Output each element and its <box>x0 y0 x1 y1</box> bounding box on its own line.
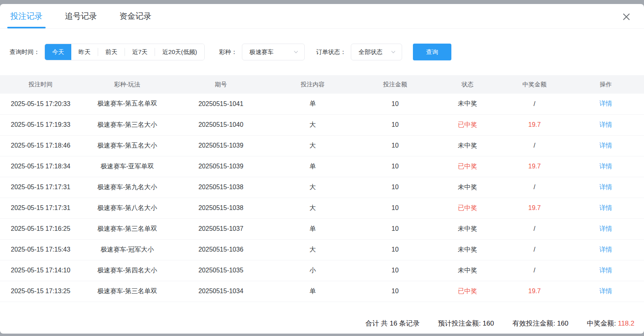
detail-link[interactable]: 详情 <box>599 142 612 149</box>
column-header: 投注内容 <box>269 75 357 94</box>
bet-amount: 10 <box>357 218 433 239</box>
time-option-0[interactable]: 今天 <box>45 44 71 60</box>
time-range-group: 今天昨天前天近7天近20天(低频) <box>44 44 205 60</box>
issue-number: 20250515-1035 <box>173 260 269 281</box>
action-cell: 详情 <box>568 198 644 218</box>
summary-bar: 合计 共 16 条记录 预计投注金额: 160 有效投注金额: 160 中奖金额… <box>0 313 644 334</box>
detail-link[interactable]: 详情 <box>599 121 612 128</box>
prize-amount: 19.7 <box>502 198 568 218</box>
lottery-play: 极速赛车-第四名大小 <box>81 260 173 281</box>
table-row: 2025-05-15 17:13:25极速赛车-第三名单双20250515-10… <box>0 281 644 302</box>
detail-link[interactable]: 详情 <box>599 267 612 274</box>
summary-expected-amount: 预计投注金额: 160 <box>438 319 494 328</box>
column-header: 投注金额 <box>357 75 433 94</box>
bet-content: 大 <box>269 198 357 218</box>
prize-amount: / <box>502 239 568 260</box>
order-status-select-value: 全部状态 <box>358 48 382 56</box>
close-button[interactable] <box>621 11 632 22</box>
bet-amount: 10 <box>357 94 433 114</box>
detail-link[interactable]: 详情 <box>599 100 612 107</box>
column-header: 彩种-玩法 <box>81 75 173 94</box>
bet-amount: 10 <box>357 135 433 156</box>
action-cell: 详情 <box>568 156 644 177</box>
lottery-play: 极速赛车-冠军大小 <box>81 239 173 260</box>
detail-link[interactable]: 详情 <box>599 225 612 232</box>
issue-number: 20250515-1038 <box>173 177 269 198</box>
table-row: 2025-05-15 17:18:46极速赛车-第五名大小20250515-10… <box>0 135 644 156</box>
bet-time: 2025-05-15 17:17:31 <box>0 177 81 198</box>
lottery-filter-label: 彩种： <box>219 48 237 56</box>
lottery-select[interactable]: 极速赛车 <box>242 44 305 60</box>
bet-content: 单 <box>269 218 357 239</box>
detail-link[interactable]: 详情 <box>599 288 612 294</box>
lottery-play: 极速赛车-第三名单双 <box>81 218 173 239</box>
time-option-3[interactable]: 近7天 <box>125 44 155 60</box>
status: 未中奖 <box>433 135 501 156</box>
tab-bar: 投注记录追号记录资金记录 <box>0 4 644 29</box>
bet-time: 2025-05-15 17:17:31 <box>0 198 81 218</box>
lottery-play: 极速赛车-第五名单双 <box>81 94 173 114</box>
records-table-wrap: 投注时间彩种-玩法期号投注内容投注金额状态中奖金额操作 2025-05-15 1… <box>0 75 644 302</box>
status-filter-label: 订单状态： <box>316 48 346 56</box>
detail-link[interactable]: 详情 <box>599 163 612 170</box>
table-row: 2025-05-15 17:17:31极速赛车-第八名大小20250515-10… <box>0 198 644 218</box>
bet-amount: 10 <box>357 156 433 177</box>
bet-time: 2025-05-15 17:15:43 <box>0 239 81 260</box>
status: 未中奖 <box>433 218 501 239</box>
detail-link[interactable]: 详情 <box>599 184 612 190</box>
table-row: 2025-05-15 17:15:43极速赛车-冠军大小20250515-103… <box>0 239 644 260</box>
action-cell: 详情 <box>568 218 644 239</box>
bet-amount: 10 <box>357 198 433 218</box>
bet-content: 单 <box>269 94 357 114</box>
bet-time: 2025-05-15 17:13:25 <box>0 281 81 302</box>
column-header: 期号 <box>173 75 269 94</box>
action-cell: 详情 <box>568 260 644 281</box>
detail-link[interactable]: 详情 <box>599 204 612 211</box>
issue-number: 20250515-1037 <box>173 218 269 239</box>
action-cell: 详情 <box>568 135 644 156</box>
issue-number: 20250515-1040 <box>173 114 269 135</box>
bet-content: 单 <box>269 281 357 302</box>
table-row: 2025-05-15 17:20:33极速赛车-第五名单双20250515-10… <box>0 94 644 114</box>
bet-amount: 10 <box>357 281 433 302</box>
prize-amount: / <box>502 260 568 281</box>
table-row: 2025-05-15 17:18:34极速赛车-亚军单双20250515-103… <box>0 156 644 177</box>
tab-2[interactable]: 资金记录 <box>119 4 152 28</box>
bet-time: 2025-05-15 17:18:34 <box>0 156 81 177</box>
issue-number: 20250515-1041 <box>173 94 269 114</box>
lottery-play: 极速赛车-第三名大小 <box>81 114 173 135</box>
bet-content: 大 <box>269 239 357 260</box>
lottery-play: 极速赛车-第三名单双 <box>81 281 173 302</box>
column-header: 状态 <box>433 75 501 94</box>
action-cell: 详情 <box>568 114 644 135</box>
summary-prize: 中奖金额: 118.2 <box>587 319 634 328</box>
bet-time: 2025-05-15 17:18:46 <box>0 135 81 156</box>
table-row: 2025-05-15 17:16:25极速赛车-第三名单双20250515-10… <box>0 218 644 239</box>
status: 已中奖 <box>433 281 501 302</box>
prize-amount: / <box>502 218 568 239</box>
lottery-play: 极速赛车-第八名大小 <box>81 198 173 218</box>
time-option-4[interactable]: 近20天(低频) <box>155 44 204 60</box>
bet-amount: 10 <box>357 239 433 260</box>
detail-link[interactable]: 详情 <box>599 246 612 253</box>
status: 未中奖 <box>433 260 501 281</box>
issue-number: 20250515-1034 <box>173 281 269 302</box>
table-row: 2025-05-15 17:17:31极速赛车-第九名大小20250515-10… <box>0 177 644 198</box>
time-option-2[interactable]: 前天 <box>98 44 125 60</box>
spacer <box>0 302 644 313</box>
time-option-1[interactable]: 昨天 <box>71 44 98 60</box>
lottery-play: 极速赛车-亚军单双 <box>81 156 173 177</box>
summary-valid-amount: 有效投注金额: 160 <box>512 319 568 328</box>
search-button[interactable]: 查询 <box>413 44 451 60</box>
summary-prize-value: 118.2 <box>618 320 634 327</box>
status: 已中奖 <box>433 156 501 177</box>
tab-1[interactable]: 追号记录 <box>64 4 98 28</box>
order-status-select[interactable]: 全部状态 <box>351 44 402 60</box>
summary-total: 合计 共 16 条记录 <box>366 319 420 328</box>
bet-time: 2025-05-15 17:20:33 <box>0 94 81 114</box>
table-body: 2025-05-15 17:20:33极速赛车-第五名单双20250515-10… <box>0 94 644 302</box>
lottery-play: 极速赛车-第九名大小 <box>81 177 173 198</box>
bet-amount: 10 <box>357 114 433 135</box>
tab-0[interactable]: 投注记录 <box>10 4 43 28</box>
status: 未中奖 <box>433 94 501 114</box>
